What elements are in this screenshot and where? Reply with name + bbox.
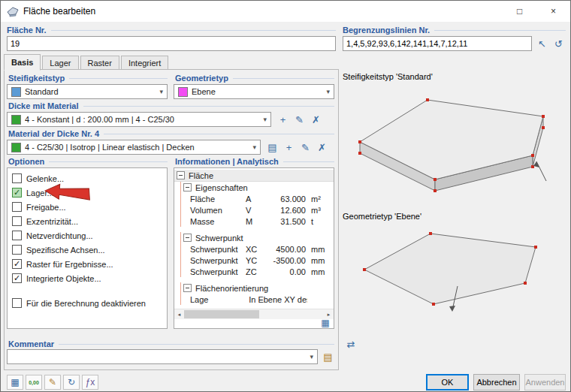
surface-number-label: Fläche Nr. — [7, 26, 336, 35]
material-label-text: Material der Dicke Nr. 4 — [8, 129, 99, 138]
options-label-text: Optionen — [8, 157, 44, 166]
scroll-thumb[interactable] — [184, 310, 259, 318]
checkbox-icon — [12, 298, 22, 308]
stiffness-type-select[interactable]: Standard ▾ — [7, 84, 168, 99]
tab-raster[interactable]: Raster — [80, 56, 119, 70]
numbering-button[interactable]: ✎ — [44, 375, 61, 390]
boundary-lines-input[interactable] — [343, 36, 532, 51]
chevron-down-icon: ▾ — [159, 88, 163, 95]
display-settings-button[interactable]: ⇄ — [343, 336, 359, 351]
reverse-arrow-icon: ↺ — [554, 38, 563, 50]
info-row: LageIn Ebene XY des g... — [174, 294, 334, 305]
collapse-icon[interactable] — [183, 234, 192, 242]
delete-thickness-button[interactable]: ✗ — [309, 112, 323, 127]
option-integrierte-objekte[interactable]: ✓Integrierte Objekte... — [8, 271, 167, 285]
geometry-type-select[interactable]: Ebene ▾ — [174, 84, 334, 99]
new-material-button[interactable]: + — [282, 140, 296, 155]
tab-lager[interactable]: Lager — [42, 56, 78, 70]
stiffness-type-value: Standard — [25, 87, 59, 96]
formula-icon: ƒx — [86, 377, 95, 387]
bottom-toolbar: ▦0,00✎↻ƒx — [7, 375, 98, 390]
new-icon: + — [286, 142, 292, 153]
apply-button[interactable]: Anwenden — [524, 374, 566, 390]
option-fuer-die-berechnung-deaktivieren[interactable]: Für die Berechnung deaktivieren — [8, 296, 167, 310]
info-row: FlächeA63.000m² — [174, 193, 334, 204]
view-button[interactable]: ↻ — [63, 375, 80, 390]
option-label: Für die Berechnung deaktivieren — [26, 299, 146, 308]
edit-material-button[interactable]: ✎ — [298, 140, 313, 155]
units-icon: 0,00 — [29, 380, 39, 385]
thickness-label-text: Dicke mit Material — [8, 101, 79, 110]
edit-pencil-icon: ✎ — [301, 142, 310, 153]
maximize-button[interactable]: □ — [503, 1, 536, 22]
info-row: MasseM31.500t — [174, 216, 334, 227]
option-raster-für-ergebnisse[interactable]: ✓Raster für Ergebnisse... — [8, 257, 167, 271]
close-button[interactable]: × — [536, 1, 570, 22]
tab-integriert[interactable]: Integriert — [121, 56, 168, 70]
delete-material-button[interactable]: ✗ — [315, 140, 329, 155]
option-label: Spezifische Achsen... — [26, 246, 105, 255]
red-arrow-annotation-icon — [44, 182, 91, 203]
checkbox-icon — [12, 231, 22, 240]
info-row: SchwerpunktXC4500.00mm — [174, 243, 334, 255]
edit-thickness-button[interactable]: ✎ — [292, 112, 307, 127]
checkbox-icon: ✓ — [12, 259, 22, 269]
material-label: Material der Dicke Nr. 4 — [8, 129, 334, 138]
thickness-color-swatch — [11, 115, 21, 125]
stiffness-type-label: Steifigkeitstyp — [8, 74, 168, 83]
collapse-icon[interactable] — [183, 284, 192, 292]
axes-arrows-icon: ⇄ — [347, 339, 355, 350]
option-netzverdichtung[interactable]: Netzverdichtung... — [8, 228, 167, 243]
formula-button[interactable]: ƒx — [82, 375, 98, 390]
scroll-left-button[interactable]: ◄ — [174, 309, 184, 319]
option-exzentrizität[interactable]: Exzentrizität... — [8, 214, 167, 228]
options-label: Optionen — [8, 157, 168, 166]
units-button[interactable]: 0,00 — [26, 375, 42, 390]
scroll-track[interactable] — [184, 309, 324, 319]
collapse-icon[interactable] — [183, 183, 192, 191]
information-label: Informationen | Analytisch — [175, 157, 334, 166]
cancel-button[interactable]: Abbrechen — [473, 374, 520, 390]
stiffness-preview-image — [345, 82, 564, 210]
view-icon: ↻ — [68, 377, 75, 387]
surface-number-input[interactable] — [7, 36, 336, 51]
ok-button[interactable]: OK — [426, 374, 469, 390]
comment-text-field[interactable] — [11, 351, 306, 362]
option-spezifische-achsen[interactable]: Spezifische Achsen... — [8, 243, 167, 257]
info-row: Flächenorientierung — [174, 282, 334, 294]
collapse-icon[interactable] — [177, 171, 185, 179]
geometry-preview-image — [345, 222, 564, 331]
tab-strip: BasisLagerRasterIntegriert — [4, 53, 170, 70]
option-label: Raster für Ergebnisse... — [26, 260, 113, 269]
information-label-text: Informationen | Analytisch — [175, 157, 279, 166]
checkbox-icon — [12, 216, 22, 226]
horizontal-scrollbar[interactable]: ◄ ► — [174, 309, 334, 319]
checkbox-icon — [12, 245, 22, 255]
reverse-orientation-button[interactable]: ↺ — [551, 36, 566, 51]
chevron-down-icon: ▾ — [310, 353, 313, 360]
dialog-image-button[interactable]: ▦ — [7, 375, 23, 390]
option-label: Integrierte Objekte... — [26, 274, 101, 283]
info-row: SchwerpunktYC-3500.00mm — [174, 255, 334, 266]
checkbox-icon — [12, 173, 22, 183]
result-table-button[interactable]: ▦ — [319, 318, 331, 328]
edit-surface-dialog: Fläche bearbeiten □ × Fläche Nr. Begrenz… — [0, 0, 571, 392]
boundary-lines-label-text: Begrenzungslinien Nr. — [343, 26, 430, 35]
info-row: Fläche — [174, 170, 334, 182]
tab-basis[interactable]: Basis — [4, 54, 41, 71]
material-library-button[interactable]: ▤ — [265, 140, 279, 155]
delete-cross-icon: ✗ — [318, 142, 326, 153]
comment-combo[interactable]: ▾ — [7, 349, 318, 364]
material-color-swatch — [11, 143, 21, 152]
geometry-type-label-text: Geometrietyp — [175, 74, 228, 83]
comment-presets-button[interactable]: ▤ — [321, 349, 335, 364]
geometry-type-label: Geometrietyp — [175, 74, 334, 83]
delete-cross-icon: ✗ — [312, 114, 320, 125]
geometry-preview-caption: Geometrietyp 'Ebene' — [343, 212, 421, 221]
thickness-select[interactable]: 4 - Konstant | d : 200.00 mm | 4 - C25/3… — [7, 112, 271, 127]
info-row: VolumenV12.600m³ — [174, 204, 334, 216]
new-thickness-button[interactable]: + — [276, 112, 290, 127]
checkbox-icon: ✓ — [12, 273, 22, 283]
material-select[interactable]: 4 - C25/30 | Isotrop | Linear elastisch … — [7, 140, 261, 155]
select-lines-button[interactable]: ↖ — [535, 36, 549, 51]
